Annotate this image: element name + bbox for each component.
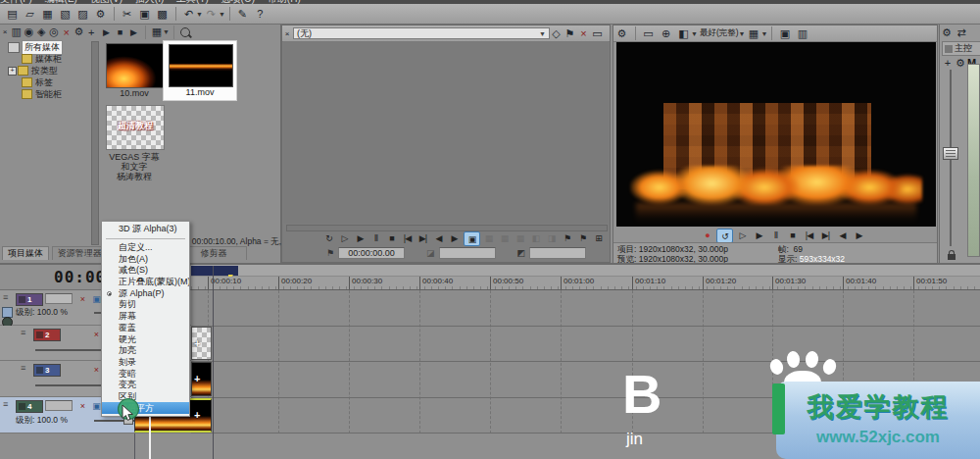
redo-icon[interactable]: ↷ — [203, 6, 220, 22]
expander-plus-icon[interactable]: + — [8, 67, 17, 76]
menu-item[interactable]: 加色(A) — [102, 253, 189, 265]
split-screen-icon[interactable]: ◧ — [675, 26, 692, 41]
previous-frame-button[interactable]: ◀ — [835, 229, 850, 241]
trimmer-settings-button[interactable]: ⊞ — [591, 231, 606, 244]
play-button[interactable]: ▶ — [752, 229, 766, 241]
menu-item[interactable]: 自定义... — [102, 242, 189, 254]
menu-item[interactable]: 减色(S) — [102, 265, 189, 277]
cut-icon[interactable]: ✂ — [119, 6, 135, 22]
video-output-fx-icon[interactable]: ⊕ — [658, 26, 674, 41]
tree-scrollbar[interactable] — [91, 41, 99, 245]
menu-item[interactable]: 变暗 — [102, 368, 189, 380]
lock-icon[interactable] — [948, 254, 956, 260]
menu-item[interactable]: 刻录 — [102, 357, 189, 369]
tree-item-media-bins[interactable]: 媒体柜 — [8, 53, 90, 65]
tab-project-media[interactable]: 项目媒体 — [2, 246, 49, 260]
redo-dropdown-icon[interactable]: ▼ — [219, 11, 225, 18]
menu-item[interactable]: 硬光 — [102, 333, 189, 345]
preview-settings-icon[interactable]: ⚙ — [613, 26, 630, 41]
new-project-icon[interactable]: ▤ — [4, 6, 21, 22]
sync-cursor-button[interactable]: ▣ — [464, 231, 480, 246]
media-thumbnail-10mov[interactable]: 10.mov — [106, 43, 163, 98]
marker-button[interactable]: ⚑ — [560, 231, 574, 244]
track-name-field[interactable] — [45, 400, 73, 411]
copy-snapshot-icon[interactable]: ▣ — [776, 26, 793, 41]
search-icon[interactable] — [180, 27, 190, 37]
trimmer-tool-button[interactable]: ▦ — [513, 231, 527, 244]
tree-item-all-media[interactable]: 所有媒体 — [8, 41, 90, 53]
menu-item[interactable]: 剪切 — [102, 299, 189, 311]
media-thumbnail-text[interactable]: 超清教程 VEGAS 字幕和文字 杨涛教程 — [106, 105, 163, 181]
menu-item[interactable]: 区别 — [102, 391, 189, 403]
get-photo-icon[interactable]: ◈ — [35, 25, 47, 40]
open-project-icon[interactable]: ▱ — [22, 6, 38, 22]
track-drag-handle-icon[interactable]: ≡ — [21, 363, 25, 373]
menu-item[interactable]: 变亮 — [102, 380, 189, 391]
tree-item-by-type[interactable]: + 按类型 — [8, 65, 90, 76]
external-monitor-icon[interactable]: ▭ — [640, 26, 657, 41]
timeline-marker-line[interactable] — [213, 266, 214, 459]
loop-playback-button[interactable]: ↺ — [716, 229, 733, 243]
import-media-icon[interactable]: ▥ — [11, 25, 23, 40]
video-only-button[interactable]: ◧ — [528, 231, 543, 244]
undo-dropdown-icon[interactable]: ▼ — [196, 11, 203, 18]
views-icon[interactable]: ▦ — [150, 25, 164, 40]
timeline-event-fire[interactable]: + — [191, 362, 212, 396]
media-fx-icon[interactable]: + — [85, 25, 97, 40]
video-display[interactable] — [616, 42, 936, 227]
trimmer-tool-button[interactable]: ▦ — [497, 231, 512, 244]
grid-dropdown-icon[interactable]: ▼ — [761, 30, 768, 37]
tree-item-tags[interactable]: 标签 — [8, 76, 90, 88]
paste-icon[interactable]: ▩ — [154, 6, 171, 22]
bus-settings-icon[interactable]: ⚙ — [955, 55, 966, 71]
save-snapshot-icon[interactable]: ▥ — [794, 26, 810, 41]
project-properties-icon[interactable]: ⚙ — [92, 6, 109, 22]
tab-explorer[interactable]: 资源管理器 — [52, 246, 108, 260]
undo-icon[interactable]: ↶ — [180, 6, 197, 22]
render-as-icon[interactable]: ▨ — [74, 6, 91, 22]
overlays-grid-icon[interactable]: ▦ — [746, 26, 762, 41]
media-properties-icon[interactable]: ⚙ — [74, 25, 85, 40]
go-to-start-button[interactable]: |◀ — [802, 229, 816, 241]
trimmer-tool-button[interactable]: ▦ — [481, 231, 496, 244]
stop-button[interactable]: ■ — [384, 231, 399, 244]
save-markers-icon[interactable]: ⚑ — [564, 26, 576, 41]
play-button[interactable]: ▶ — [353, 231, 368, 244]
previous-frame-button[interactable]: ◀ — [431, 231, 446, 244]
preview-quality-dropdown[interactable]: 最好(完整) — [700, 27, 739, 39]
capture-video-icon[interactable]: ◉ — [24, 25, 35, 40]
track-drag-handle-icon[interactable]: ≡ — [3, 399, 8, 409]
timeline-ruler[interactable]: 00:00:10 00:00:20 00:00:30 00:00:40 00:0… — [191, 277, 980, 290]
save-as-icon[interactable]: ▧ — [57, 6, 74, 22]
close-panel-icon[interactable]: × — [282, 26, 292, 41]
selection-start-field[interactable] — [439, 247, 496, 259]
master-bus-tab[interactable]: 主控 — [942, 41, 980, 56]
go-to-end-button[interactable]: ▶| — [416, 231, 430, 244]
next-frame-button[interactable]: ▶ — [852, 229, 866, 241]
volume-fader-handle[interactable] — [943, 147, 958, 160]
trimmer-cursor-timecode[interactable]: 00:00:00.00 — [338, 247, 405, 259]
play-from-start-button[interactable]: ▷ — [735, 229, 750, 241]
timeline-event-text[interactable]: + — [191, 327, 212, 360]
menu-item-highlighted[interactable]: 差值平方 — [102, 402, 189, 414]
menu-item[interactable]: 正片叠底(蒙版)(M) — [102, 277, 189, 288]
play-from-start-button[interactable]: ▷ — [337, 231, 352, 244]
views-dropdown-icon[interactable]: ▼ — [163, 28, 170, 35]
play-media-icon[interactable]: ▶ — [100, 25, 113, 40]
help-icon[interactable]: ? — [252, 6, 269, 22]
bypass-motion-blur-button[interactable]: × — [76, 400, 89, 411]
track-drag-handle-icon[interactable]: ≡ — [3, 292, 8, 302]
region-button[interactable]: ⚑ — [575, 231, 590, 244]
go-to-end-button[interactable]: ▶| — [818, 229, 833, 241]
edit-tool-icon[interactable]: ✎ — [234, 6, 251, 22]
close-panel-icon[interactable]: × — [0, 25, 10, 40]
extract-audio-icon[interactable]: ◎ — [48, 25, 60, 40]
go-to-start-button[interactable]: |◀ — [400, 231, 415, 244]
track-name-field[interactable] — [45, 293, 73, 304]
menu-item[interactable]: 加亮 — [102, 345, 189, 357]
trimmer-display-area[interactable] — [283, 41, 609, 224]
insert-bus-icon[interactable]: ⇄ — [955, 25, 968, 40]
external-monitor-icon[interactable]: ▭ — [591, 26, 604, 41]
tree-item-smart-bins[interactable]: 智能柜 — [8, 88, 90, 100]
next-frame-button[interactable]: ▶ — [447, 231, 462, 244]
